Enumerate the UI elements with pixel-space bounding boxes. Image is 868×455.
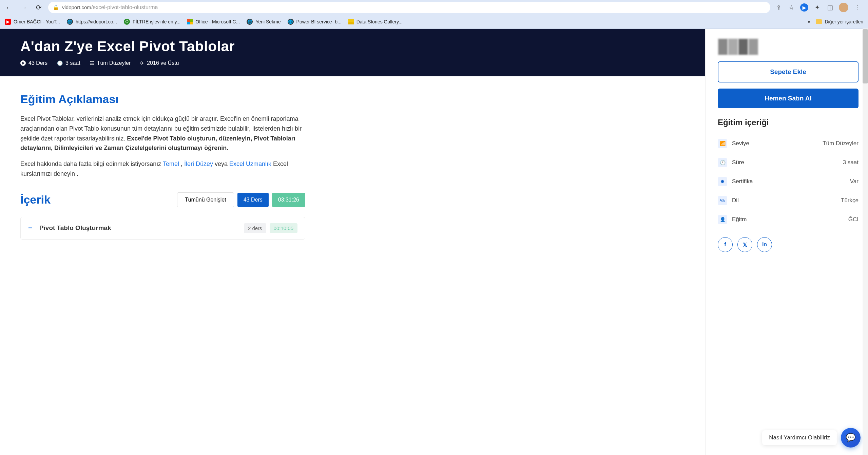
sidebar-heading: Eğitim içeriği — [718, 118, 859, 127]
powerbi-icon — [348, 19, 354, 24]
linkedin-icon[interactable]: in — [757, 237, 772, 252]
bookmark-5[interactable]: 🌐Yeni Sekme — [247, 19, 281, 25]
social-links: f 𝕏 in — [718, 237, 859, 252]
back-button[interactable]: ← — [3, 2, 14, 13]
bookmark-3[interactable]: OFİLTRE işlevi ile en y... — [124, 19, 180, 25]
bookmark-2[interactable]: 🌐https://vidoport.co... — [67, 19, 117, 25]
section-time: 00:10:05 — [270, 223, 297, 233]
globe-icon: 🌐 — [288, 19, 294, 25]
purchase-sidebar: Sepete Ekle Hemen Satın Al Eğitim içeriğ… — [705, 29, 868, 455]
minus-icon: − — [28, 224, 33, 232]
scrollbar-track[interactable] — [863, 29, 868, 455]
content-header: İçerik Tümünü Genişlet 43 Ders 03:31:26 — [20, 192, 305, 207]
lock-icon: 🔒 — [53, 5, 59, 10]
clock-icon: 🕐 — [718, 158, 727, 167]
other-bookmarks[interactable]: Diğer yer işaretleri — [816, 19, 863, 24]
meta-level: ☷Tüm Düzeyler — [90, 60, 131, 66]
chat-tooltip: Nasıl Yardımcı Olabiliriz — [762, 430, 837, 445]
page: A'dan Z'ye Excel Pivot Tablolar 43 Ders … — [0, 29, 868, 455]
sidebar-row-instructor: 👤EğitmĞCI — [718, 210, 859, 229]
star-icon[interactable]: ☆ — [787, 3, 795, 12]
section-title-description: Eğitim Açıklaması — [20, 93, 305, 106]
section-lesson-count: 2 ders — [244, 223, 266, 233]
content-area: Eğitim Açıklaması Excel Pivot Tablolar, … — [0, 76, 326, 240]
add-to-cart-button[interactable]: Sepete Ekle — [718, 61, 859, 82]
main-content: A'dan Z'ye Excel Pivot Tablolar 43 Ders … — [0, 29, 705, 455]
link-temel[interactable]: Temel — [163, 160, 179, 167]
address-bar[interactable]: 🔒 vidoport.com/excel-pivot-tablo-olustur… — [48, 2, 770, 13]
youtube-icon: ▶ — [5, 19, 11, 25]
rocket-icon: ✈ — [140, 60, 144, 66]
sidebar-row-cert: ✸SertifikaVar — [718, 172, 859, 191]
sidepanel-icon[interactable]: ◫ — [826, 3, 834, 12]
toolbar-right: ⇪ ☆ ▶ ✦ ◫ ⋮ — [774, 3, 865, 12]
globe-icon: 🌐 — [67, 19, 73, 25]
expand-all-button[interactable]: Tümünü Genişlet — [177, 192, 234, 207]
extensions-icon[interactable]: ✦ — [813, 3, 821, 12]
course-title: A'dan Z'ye Excel Pivot Tablolar — [20, 38, 685, 55]
extension-icon[interactable]: ▶ — [800, 3, 808, 12]
course-hero: A'dan Z'ye Excel Pivot Tablolar 43 Ders … — [0, 29, 705, 76]
menu-icon[interactable]: ⋮ — [853, 3, 861, 12]
chat-button[interactable]: 💬 — [841, 428, 861, 448]
share-icon[interactable]: ⇪ — [774, 3, 783, 12]
accordion-section-1[interactable]: − Pivot Tablo Oluşturmak 2 ders 00:10:05 — [20, 217, 305, 240]
reload-button[interactable]: ⟳ — [33, 2, 44, 13]
lesson-count-pill: 43 Ders — [237, 193, 269, 207]
chart-icon: 📶 — [718, 139, 727, 148]
description-p2: Excel hakkında daha fazla bilgi edinmek … — [20, 159, 305, 179]
browser-chrome: ← → ⟳ 🔒 vidoport.com/excel-pivot-tablo-o… — [0, 0, 868, 29]
scrollbar-thumb[interactable] — [863, 29, 868, 83]
language-icon: Aあ — [718, 196, 727, 205]
bookmarks-bar: ▶Ömer BAĞCI - YouT... 🌐https://vidoport.… — [0, 15, 868, 29]
microsoft-icon — [187, 19, 193, 24]
chat-widget: Nasıl Yardımcı Olabiliriz 💬 — [762, 428, 861, 448]
bookmarks-overflow[interactable]: » — [808, 19, 811, 24]
course-thumb — [718, 38, 758, 55]
site-icon: O — [124, 19, 130, 25]
profile-avatar[interactable] — [839, 3, 848, 12]
meta-duration: 🕐3 saat — [57, 60, 80, 66]
forward-button[interactable]: → — [18, 2, 29, 13]
buy-now-button[interactable]: Hemen Satın Al — [718, 89, 859, 108]
link-ileri[interactable]: İleri Düzey — [184, 160, 213, 167]
play-icon — [20, 60, 26, 66]
description-p1: Excel Pivot Tablolar, verilerinizi anali… — [20, 114, 305, 153]
bookmark-6[interactable]: 🌐Power BI service- b... — [288, 19, 342, 25]
section-title: Pivot Tablo Oluşturmak — [39, 224, 240, 232]
level-icon: ☷ — [90, 60, 94, 66]
link-uzmanlik[interactable]: Excel Uzmanlık — [229, 160, 271, 167]
sidebar-row-level: 📶SeviyeTüm Düzeyler — [718, 134, 859, 153]
chat-icon: 💬 — [846, 433, 856, 442]
meta-lessons: 43 Ders — [20, 60, 47, 66]
browser-toolbar: ← → ⟳ 🔒 vidoport.com/excel-pivot-tablo-o… — [0, 0, 868, 15]
sidebar-row-lang: AあDilTürkçe — [718, 191, 859, 210]
bookmark-1[interactable]: ▶Ömer BAĞCI - YouT... — [5, 19, 60, 25]
globe-icon: 🌐 — [247, 19, 253, 25]
total-time-pill: 03:31:26 — [272, 193, 305, 207]
meta-version: ✈2016 ve Üstü — [140, 60, 179, 66]
bookmark-7[interactable]: Data Stories Gallery... — [348, 19, 403, 24]
twitter-icon[interactable]: 𝕏 — [737, 237, 752, 252]
badge-icon: ✸ — [718, 177, 727, 186]
clock-icon: 🕐 — [57, 60, 63, 66]
folder-icon — [816, 19, 822, 24]
url-host: vidoport.com/excel-pivot-tablo-olusturma — [62, 4, 158, 11]
sidebar-row-duration: 🕐Süre3 saat — [718, 153, 859, 172]
person-icon: 👤 — [718, 215, 727, 224]
facebook-icon[interactable]: f — [718, 237, 733, 252]
course-meta: 43 Ders 🕐3 saat ☷Tüm Düzeyler ✈2016 ve Ü… — [20, 60, 685, 66]
bookmark-4[interactable]: Office - Microsoft C... — [187, 19, 240, 24]
section-title-content: İçerik — [20, 193, 177, 206]
